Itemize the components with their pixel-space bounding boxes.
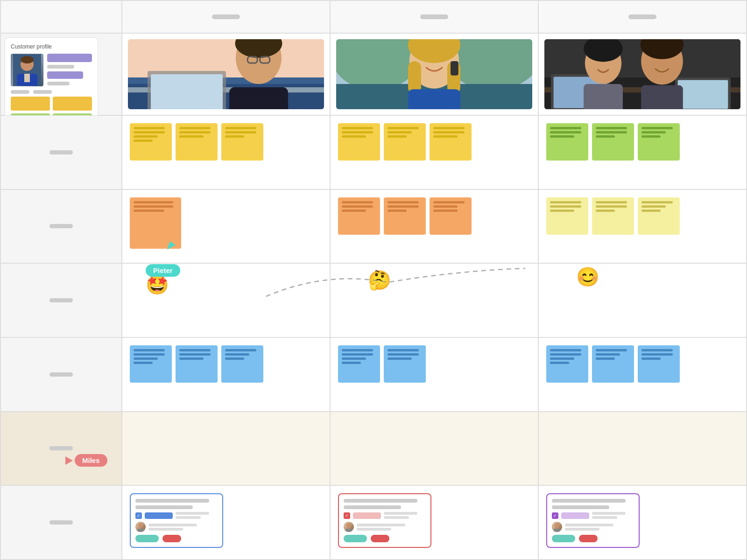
wireframe-card-blue[interactable]: ✓	[130, 493, 223, 548]
note-line	[225, 131, 256, 133]
sticky-note-orange-cursor[interactable]	[130, 197, 181, 249]
sticky-note[interactable]	[338, 345, 380, 383]
sticky-note[interactable]	[546, 197, 588, 235]
emoji-angry: 🤩	[146, 275, 169, 294]
wf-checkbox[interactable]: ✓	[344, 512, 350, 519]
wf-checkbox[interactable]: ✓	[135, 512, 142, 519]
notes-container-row6-col4	[544, 343, 740, 406]
person-photo-3	[544, 39, 740, 109]
note-line	[342, 210, 366, 212]
sticky-note[interactable]	[176, 123, 218, 161]
photo-cell-col2	[122, 33, 330, 115]
wf-line	[344, 499, 417, 503]
sticky-note[interactable]	[592, 345, 634, 383]
note-line	[388, 349, 419, 351]
sticky-note[interactable]	[338, 123, 380, 161]
sticky-note[interactable]	[430, 123, 472, 161]
wf-red-pill	[162, 535, 181, 542]
block-gray-2	[47, 82, 70, 85]
sticky-note[interactable]	[221, 345, 263, 383]
note-line	[641, 349, 673, 351]
sticky-note[interactable]	[546, 123, 588, 161]
note-line	[225, 349, 256, 351]
notes-orange-col2: Pieter	[122, 189, 330, 264]
profile-yellow-row	[11, 97, 92, 111]
emoji-thinking: 🤔	[368, 271, 391, 289]
notes-container-row3-col4	[544, 121, 740, 183]
svg-rect-46	[553, 529, 561, 532]
sticky-note[interactable]	[221, 123, 263, 161]
sticky-note[interactable]	[176, 345, 218, 383]
wf-line	[552, 505, 609, 509]
wireframe-col4: ✓	[538, 485, 747, 560]
wf-checkbox[interactable]: ✓	[552, 512, 558, 519]
wf-line-sm	[148, 524, 197, 526]
sidebar-pill-row8	[49, 520, 73, 525]
wf-red-pill	[579, 535, 598, 542]
note-line	[388, 205, 419, 208]
note-line	[225, 135, 244, 138]
wireframe-col3: ✓	[330, 485, 538, 560]
sticky-note[interactable]	[384, 123, 426, 161]
wireframe-card-red[interactable]: ✓	[338, 493, 431, 548]
wf-avatar	[135, 522, 146, 532]
profile-card-blocks	[47, 54, 92, 86]
wireframe-card-purple[interactable]: ✓	[546, 493, 640, 548]
wf-lines	[384, 512, 426, 519]
person-svg-3	[544, 39, 740, 109]
sticky-note[interactable]	[338, 197, 380, 235]
block-purple-1	[47, 54, 92, 62]
notes-container-row6-col3	[336, 343, 532, 406]
note-line	[596, 353, 620, 356]
note-line	[596, 357, 615, 360]
note-line	[641, 201, 673, 203]
miles-cursor-label: Miles	[75, 454, 107, 467]
sticky-note[interactable]	[130, 123, 172, 161]
wf-line	[135, 499, 209, 503]
sticky-note[interactable]	[130, 345, 172, 383]
sticky-note[interactable]	[638, 123, 680, 161]
sidebar-row3	[0, 115, 122, 189]
svg-rect-42	[137, 529, 144, 532]
note-line	[550, 201, 581, 203]
sticky-note[interactable]	[592, 123, 634, 161]
pieter-cursor-icon	[167, 241, 176, 251]
sticky-note[interactable]	[384, 197, 426, 235]
notes-container-row4-col2	[128, 196, 324, 258]
sticky-note[interactable]	[430, 197, 472, 235]
wf-red-pill	[371, 535, 389, 542]
block-gray-1	[47, 65, 74, 69]
svg-marker-40	[167, 241, 176, 250]
note-line	[433, 210, 458, 212]
photo-cell-col3	[330, 33, 538, 115]
note-line	[641, 135, 661, 138]
wf-avatar	[344, 522, 354, 532]
person-photo-2	[336, 39, 532, 109]
note-line	[388, 135, 407, 138]
sidebar-row5	[0, 263, 122, 337]
note-line	[388, 353, 419, 356]
header-col3	[330, 0, 538, 33]
note-line	[596, 127, 627, 129]
notes-container-row6-col2	[128, 343, 324, 406]
sticky-note[interactable]	[592, 197, 634, 235]
note-line	[550, 349, 581, 351]
notes-yellow-col3	[330, 115, 538, 189]
cell-col2-row7	[122, 412, 330, 486]
notes-yellow-col2	[122, 115, 330, 189]
sticky-note[interactable]	[638, 345, 680, 383]
photo-cell-col4	[538, 33, 747, 115]
sticky-note[interactable]	[546, 345, 588, 383]
wf-teal-pill	[552, 535, 575, 542]
sidebar-row4	[0, 189, 122, 264]
profile-label-1	[11, 90, 29, 94]
note-line	[342, 201, 373, 203]
header-pill-col3	[420, 14, 448, 19]
profile-labels-row	[11, 90, 92, 94]
sidebar-pill-row7	[49, 446, 73, 450]
sticky-note[interactable]	[638, 197, 680, 235]
note-line	[179, 357, 204, 360]
pieter-label: Pieter	[146, 264, 180, 277]
wf-teal-pill	[344, 535, 367, 542]
sticky-note[interactable]	[384, 345, 426, 383]
